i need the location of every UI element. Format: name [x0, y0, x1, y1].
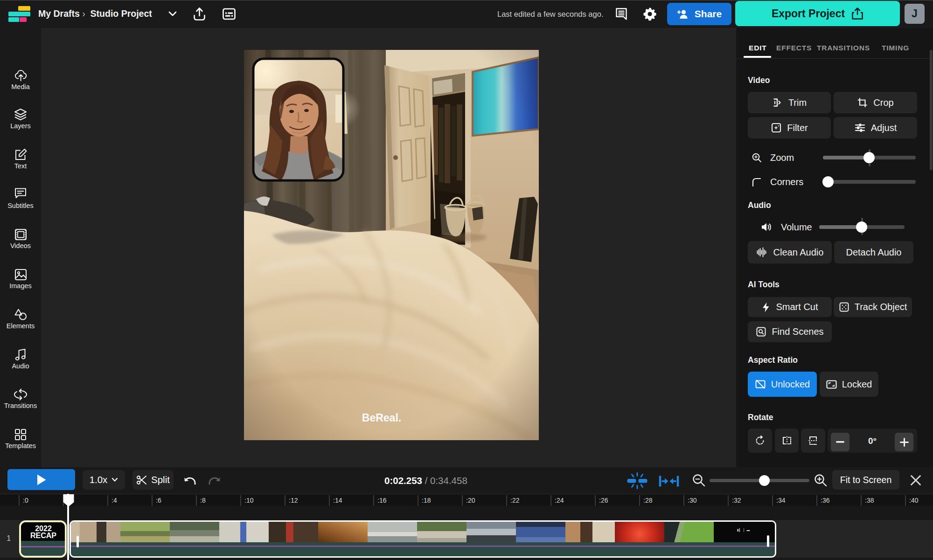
svg-text:BeReal.: BeReal. [362, 412, 401, 424]
